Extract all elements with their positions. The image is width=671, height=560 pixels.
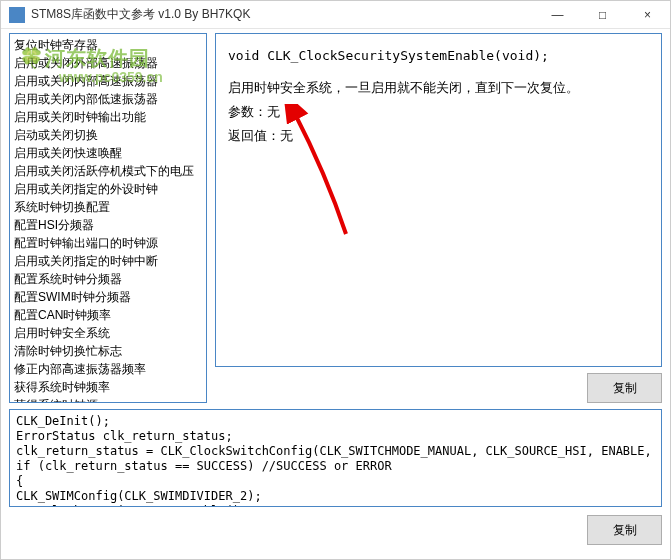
list-item[interactable]: 启用或关闭活跃停机模式下的电压	[10, 162, 206, 180]
window-controls: — □ ×	[535, 1, 670, 29]
list-item[interactable]: 启用或关闭外部高速振荡器	[10, 54, 206, 72]
function-description: 启用时钟安全系统，一旦启用就不能关闭，直到下一次复位。	[228, 76, 649, 100]
list-item[interactable]: 获得系统时钟源	[10, 396, 206, 403]
app-icon	[9, 7, 25, 23]
list-item[interactable]: 启用或关闭时钟输出功能	[10, 108, 206, 126]
list-item[interactable]: 启动或关闭切换	[10, 126, 206, 144]
code-line: CLK_DeInit();	[16, 414, 655, 429]
list-item[interactable]: 清除时钟切换忙标志	[10, 342, 206, 360]
detail-panel: void CLK_ClockSecuritySystemEnable(void)…	[215, 33, 662, 367]
titlebar[interactable]: STM8S库函数中文参考 v1.0 By BH7KQK — □ ×	[1, 1, 670, 29]
code-line: ErrorStatus clk_return_status;	[16, 429, 655, 444]
top-row: 复位时钟寄存器启用或关闭外部高速振荡器启用或关闭内部高速振荡器启用或关闭内部低速…	[9, 33, 662, 403]
list-item[interactable]: 启用或关闭快速唤醒	[10, 144, 206, 162]
list-item[interactable]: 启用或关闭内部低速振荡器	[10, 90, 206, 108]
right-column: void CLK_ClockSecuritySystemEnable(void)…	[215, 33, 662, 403]
maximize-button[interactable]: □	[580, 1, 625, 29]
list-item[interactable]: 配置SWIM时钟分频器	[10, 288, 206, 306]
return-label: 返回值：	[228, 128, 280, 143]
app-window: STM8S库函数中文参考 v1.0 By BH7KQK — □ × 🍀河东软件园…	[0, 0, 671, 560]
return-row: 返回值：无	[228, 124, 649, 148]
list-item[interactable]: 启用或关闭指定的外设时钟	[10, 180, 206, 198]
function-signature: void CLK_ClockSecuritySystemEnable(void)…	[228, 44, 649, 68]
code-line: CLK_SWIMConfig(CLK_SWIMDIVIDER_2);	[16, 489, 655, 504]
list-item[interactable]: 获得系统时钟频率	[10, 378, 206, 396]
params-row: 参数：无	[228, 100, 649, 124]
close-button[interactable]: ×	[625, 1, 670, 29]
list-item[interactable]: 复位时钟寄存器	[10, 36, 206, 54]
list-item[interactable]: 系统时钟切换配置	[10, 198, 206, 216]
minimize-button[interactable]: —	[535, 1, 580, 29]
list-item[interactable]: 启用或关闭内部高速振荡器	[10, 72, 206, 90]
list-item[interactable]: 启用时钟安全系统	[10, 324, 206, 342]
function-listbox[interactable]: 复位时钟寄存器启用或关闭外部高速振荡器启用或关闭内部高速振荡器启用或关闭内部低速…	[9, 33, 207, 403]
content-area: 🍀河东软件园 www.pc0359.cn 复位时钟寄存器启用或关闭外部高速振荡器…	[1, 29, 670, 559]
code-line: clk_return_status = CLK_ClockSwitchConfi…	[16, 444, 655, 459]
code-panel[interactable]: CLK_DeInit();ErrorStatus clk_return_stat…	[9, 409, 662, 507]
code-line: {	[16, 474, 655, 489]
list-item[interactable]: 修正内部高速振荡器频率	[10, 360, 206, 378]
list-item[interactable]: 配置HSI分频器	[10, 216, 206, 234]
params-label: 参数：	[228, 104, 267, 119]
copy-row-top: 复制	[215, 373, 662, 403]
return-value: 无	[280, 128, 293, 143]
copy-row-bottom: 复制	[9, 515, 662, 545]
copy-detail-button[interactable]: 复制	[587, 373, 662, 403]
code-line: if (clk_return_status == SUCCESS) //SUCC…	[16, 459, 655, 474]
code-line: CLK_ClockSecuritySystemEnable();	[16, 504, 655, 507]
list-item[interactable]: 配置时钟输出端口的时钟源	[10, 234, 206, 252]
window-title: STM8S库函数中文参考 v1.0 By BH7KQK	[31, 6, 535, 23]
params-value: 无	[267, 104, 280, 119]
copy-code-button[interactable]: 复制	[587, 515, 662, 545]
list-item[interactable]: 配置系统时钟分频器	[10, 270, 206, 288]
list-item[interactable]: 配置CAN时钟频率	[10, 306, 206, 324]
list-item[interactable]: 启用或关闭指定的时钟中断	[10, 252, 206, 270]
